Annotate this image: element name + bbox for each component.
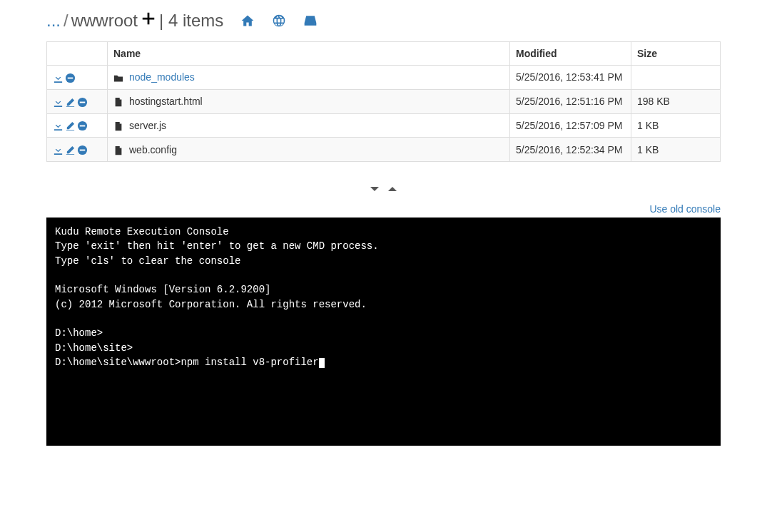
globe-icon[interactable]: [272, 14, 286, 28]
row-name-cell: hostingstart.html: [108, 89, 510, 113]
table-row: node_modules5/25/2016, 12:53:41 PM: [47, 66, 721, 90]
items-count: | 4 items: [159, 11, 223, 31]
file-name: hostingstart.html: [129, 96, 203, 107]
use-old-console-link[interactable]: Use old console: [649, 203, 721, 215]
delete-icon[interactable]: [77, 145, 88, 155]
table-row: web.config5/25/2016, 12:52:34 PM1 KB: [47, 138, 721, 162]
terminal-cursor: [319, 358, 325, 368]
plus-icon[interactable]: [141, 11, 156, 31]
breadcrumb-current: wwwroot: [71, 11, 138, 31]
file-name: web.config: [129, 144, 177, 155]
svg-rect-1: [68, 77, 73, 78]
file-icon: [113, 145, 123, 155]
row-modified: 5/25/2016, 12:52:34 PM: [510, 138, 631, 162]
disk-icon[interactable]: [303, 14, 318, 28]
row-name-cell: node_modules: [108, 66, 510, 90]
row-size: [631, 66, 721, 90]
row-size: 1 KB: [631, 138, 721, 162]
chevron-up-icon[interactable]: [387, 183, 398, 198]
delete-icon[interactable]: [77, 121, 88, 131]
download-icon[interactable]: [53, 97, 64, 108]
home-icon[interactable]: [240, 14, 255, 28]
col-name: Name: [108, 42, 510, 66]
breadcrumb: ... / wwwroot | 4 items: [46, 11, 721, 31]
row-name-cell: server.js: [108, 113, 510, 138]
breadcrumb-separator: /: [64, 11, 68, 31]
svg-rect-7: [80, 150, 86, 151]
row-modified: 5/25/2016, 12:57:09 PM: [510, 113, 631, 138]
edit-icon[interactable]: [65, 121, 76, 131]
row-size: 198 KB: [631, 89, 721, 113]
row-modified: 5/25/2016, 12:51:16 PM: [510, 89, 631, 113]
folder-link[interactable]: node_modules: [129, 71, 195, 83]
delete-icon[interactable]: [65, 73, 76, 83]
download-icon[interactable]: [53, 121, 64, 131]
delete-icon[interactable]: [77, 97, 88, 108]
row-actions: [47, 89, 108, 113]
file-name: server.js: [129, 120, 166, 131]
edit-icon[interactable]: [65, 145, 76, 155]
row-size: 1 KB: [631, 113, 721, 138]
col-modified: Modified: [510, 42, 631, 66]
chevron-down-icon[interactable]: [369, 183, 384, 198]
col-size: Size: [631, 42, 721, 66]
file-icon: [113, 97, 123, 107]
table-row: server.js5/25/2016, 12:57:09 PM1 KB: [47, 113, 721, 138]
row-modified: 5/25/2016, 12:53:41 PM: [510, 66, 631, 90]
row-actions: [47, 66, 108, 90]
file-table: Name Modified Size node_modules5/25/2016…: [46, 41, 721, 162]
table-row: hostingstart.html5/25/2016, 12:51:16 PM1…: [47, 89, 721, 113]
file-icon: [113, 121, 123, 131]
row-actions: [47, 138, 108, 162]
col-actions: [47, 42, 108, 66]
svg-rect-3: [80, 101, 86, 103]
row-actions: [47, 113, 108, 138]
breadcrumb-ellipsis-link[interactable]: ...: [46, 11, 61, 31]
terminal[interactable]: Kudu Remote Execution Console Type 'exit…: [46, 218, 721, 446]
row-name-cell: web.config: [108, 138, 510, 162]
folder-icon: [113, 73, 123, 83]
download-icon[interactable]: [53, 73, 64, 83]
edit-icon[interactable]: [65, 97, 76, 108]
svg-rect-5: [80, 126, 86, 127]
download-icon[interactable]: [53, 145, 64, 155]
panel-splitter: [46, 183, 721, 198]
